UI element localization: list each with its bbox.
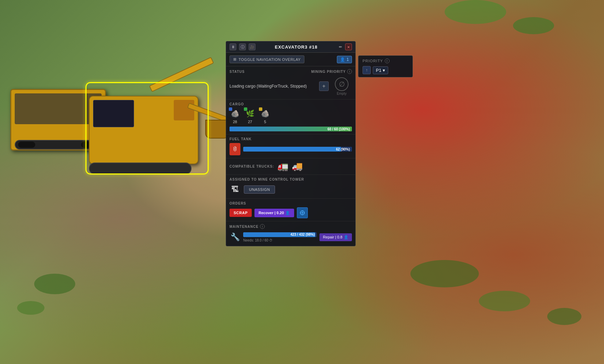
orders-label: ORDERS (229, 202, 246, 205)
target-button[interactable] (297, 207, 308, 218)
cargo-color-2 (244, 107, 247, 111)
orders-section: ORDERS SCRAP Recover | 0.20 👤 (226, 199, 355, 221)
fuel-header: FUEL TANK (229, 137, 352, 141)
orders-row: SCRAP Recover | 0.20 👤 (229, 207, 352, 218)
cargo-header: CARGO (229, 102, 352, 106)
recover-button[interactable]: Recover | 0.20 👤 (254, 209, 294, 217)
priority-header: PRIORITY i (363, 58, 408, 63)
grass-patch (34, 274, 75, 294)
priority-panel: PRIORITY i ↑ P1 ▾ (358, 55, 413, 77)
maint-bar-label: 423 / 432 (98%) (290, 232, 315, 237)
fuel-bar-label: 62 (90%) (336, 147, 350, 152)
cargo-icon-2: 🌿 (245, 108, 255, 119)
empty-slot: ∅ Empty (331, 76, 352, 96)
priority-select-row: ↑ P1 ▾ (363, 66, 408, 74)
maint-row: 🔧 423 / 432 (98%) Needs: 18.0 / 60 ⏱ Rep… (229, 231, 352, 243)
pause-button[interactable]: ⏸ (229, 43, 236, 50)
truck-icon-2: 🚚 (292, 161, 303, 172)
status-label: STATUS (229, 70, 245, 74)
truck-icon-1: 🚛 (277, 161, 288, 172)
priority-info-icon[interactable]: i (385, 58, 390, 63)
status-row: Loading cargo (WaitingForTruck, Stopped)… (229, 76, 352, 96)
compatible-trucks-section: COMPATIBLE TRUCKS: 🚛 🚚 (226, 158, 355, 175)
panel-header: ⏸ ⓘ 🎥 EXCAVATOR3 #18 ✏ × (226, 41, 355, 53)
assigned-section: ASSIGNED TO MINE CONTROL TOWER 🏗 UNASSIG… (226, 175, 355, 199)
cargo-section: CARGO 🪨 28 🌿 27 (226, 100, 355, 134)
excavator-main-body (89, 75, 205, 174)
mining-priority-info-icon[interactable]: i (347, 69, 352, 74)
empty-label: Empty (337, 92, 346, 95)
cargo-label: CARGO (229, 102, 244, 106)
grass-patch (445, 0, 506, 24)
cargo-items: 🪨 28 🌿 27 🪨 5 (229, 108, 352, 124)
orders-header: ORDERS (229, 202, 352, 205)
grass-patch (410, 260, 479, 287)
cargo-count-3: 5 (264, 120, 266, 124)
cargo-count-2: 27 (248, 120, 252, 124)
status-section: STATUS MINING PRIORITY i Loading cargo (… (226, 66, 355, 100)
cargo-color-3 (259, 107, 262, 111)
grass-patch (547, 308, 581, 325)
cargo-icon-3: 🪨 (260, 108, 271, 119)
dropdown-chevron-icon: ▾ (383, 68, 385, 73)
cargo-item-1: 🪨 28 (229, 108, 240, 124)
priority-label: PRIORITY (363, 59, 383, 63)
fuel-bar: 62 (90%) (243, 147, 352, 152)
mining-priority-label: MINING PRIORITY (311, 70, 346, 74)
maintenance-section: MAINTENANCE i 🔧 423 / 432 (98%) Needs: 1… (226, 221, 355, 246)
fuel-icon: 🛢 (229, 143, 240, 155)
grass-patch (17, 301, 44, 315)
cargo-icon-1: 🪨 (229, 108, 240, 119)
trucks-row: COMPATIBLE TRUCKS: 🚛 🚚 (229, 161, 352, 172)
info-button[interactable]: ⓘ (239, 43, 246, 50)
status-text: Loading cargo (WaitingForTruck, Stopped) (229, 84, 316, 89)
maint-needs: Needs: 18.0 / 60 ⏱ (243, 238, 317, 242)
compatible-trucks-label: COMPATIBLE TRUCKS: (229, 165, 274, 168)
worker-count: 1 (346, 57, 349, 62)
assigned-label: ASSIGNED TO MINE CONTROL TOWER (229, 178, 304, 181)
close-button[interactable]: × (345, 43, 352, 50)
priority-value: P1 (376, 68, 381, 73)
assigned-row: 🏗 UNASSIGN (229, 183, 352, 196)
unassign-button[interactable]: UNASSIGN (244, 185, 275, 194)
priority-up-button[interactable]: ↑ (363, 66, 371, 74)
repair-label: Repair | 0.8 (323, 235, 342, 239)
empty-circle-icon: ∅ (335, 77, 349, 91)
assigned-header: ASSIGNED TO MINE CONTROL TOWER (229, 178, 352, 181)
wrench-icon: 🔧 (229, 231, 240, 243)
grass-patch (479, 291, 530, 311)
maintenance-label: MAINTENANCE (229, 225, 259, 229)
clock-icon: ⏱ (269, 238, 273, 242)
recover-label: Recover | 0.20 (259, 211, 284, 215)
fuel-section: FUEL TANK 🛢 62 (90%) (226, 134, 355, 158)
nav-overlay-row: ⊞ TOGGLE NAVIGATION OVERLAY 👤 1 (226, 53, 355, 66)
svg-point-1 (302, 212, 303, 213)
add-button[interactable]: + (319, 81, 329, 91)
maintenance-info-icon[interactable]: i (260, 224, 265, 229)
edit-button[interactable]: ✏ (337, 43, 344, 50)
maint-right: 423 / 432 (98%) Needs: 18.0 / 60 ⏱ (243, 232, 317, 242)
maint-bar: 423 / 432 (98%) (243, 232, 317, 237)
cargo-count-1: 28 (233, 120, 237, 124)
excavator-visual (10, 55, 222, 198)
recover-icon: 👤 (285, 211, 290, 215)
header-controls: ⏸ ⓘ 🎥 (229, 43, 255, 50)
scrap-button[interactable]: SCRAP (229, 209, 252, 217)
grass-patch (513, 17, 554, 34)
panel-title: EXCAVATOR3 #18 (255, 44, 337, 50)
toggle-nav-overlay-button[interactable]: ⊞ TOGGLE NAVIGATION OVERLAY (229, 55, 304, 63)
repair-button[interactable]: Repair | 0.8 👤 (319, 233, 352, 241)
nav-grid-icon: ⊞ (233, 57, 237, 62)
worker-badge: 👤 1 (337, 56, 352, 63)
nav-overlay-label: TOGGLE NAVIGATION OVERLAY (239, 57, 301, 62)
cargo-progress-bar: 60 / 60 (100%) (229, 127, 352, 131)
cargo-bar-label: 60 / 60 (100%) (327, 127, 350, 131)
fuel-row: 🛢 62 (90%) (229, 143, 352, 155)
excavator-panel: ⏸ ⓘ 🎥 EXCAVATOR3 #18 ✏ × ⊞ TOGGLE NAVIGA… (226, 41, 356, 246)
fuel-bar-fill (243, 147, 341, 152)
repair-icon: 👤 (344, 235, 349, 239)
priority-dropdown[interactable]: P1 ▾ (373, 66, 388, 74)
camera-button[interactable]: 🎥 (249, 43, 255, 50)
cargo-item-2: 🌿 27 (245, 108, 255, 124)
crosshair-icon (300, 210, 305, 216)
